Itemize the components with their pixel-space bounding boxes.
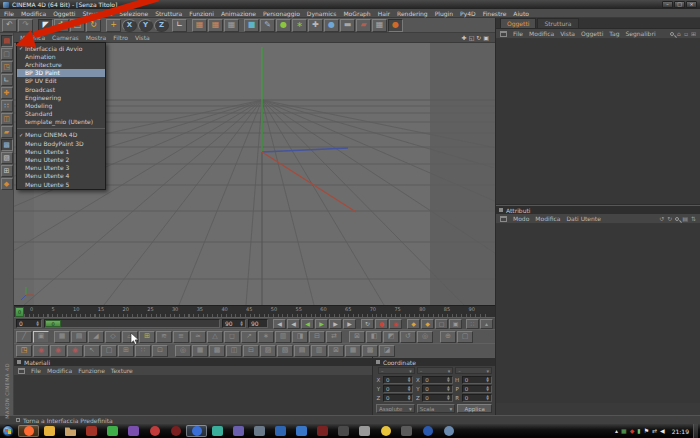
taskbar-app-icon[interactable]: [18, 425, 39, 437]
panel-menu-icon[interactable]: [500, 31, 507, 37]
record-button[interactable]: ●: [375, 319, 388, 329]
taskbar-app-icon[interactable]: [333, 425, 354, 437]
toggle-view-icon[interactable]: ▣: [483, 34, 489, 41]
menubar-item[interactable]: Oggetti: [53, 10, 75, 17]
menubar-item[interactable]: Modifica: [21, 10, 46, 17]
sound-button[interactable]: ▴: [480, 319, 493, 329]
history-back-icon[interactable]: ↺: [659, 215, 664, 222]
materials-header[interactable]: Materiali: [14, 357, 372, 366]
tab-struttura[interactable]: Struttura: [537, 18, 578, 28]
show-desktop-button[interactable]: [693, 424, 698, 438]
taskbar-app-icon[interactable]: [207, 425, 228, 437]
coordinate-space-dropdown[interactable]: Assolute▾: [376, 404, 415, 413]
next-frame-button[interactable]: ▶: [329, 319, 342, 329]
layout-template-mio[interactable]: ✓ template_mio (Utente): [17, 118, 105, 126]
tray-antivirus-icon[interactable]: ◆: [630, 428, 635, 434]
taskbar-app-icon[interactable]: [270, 425, 291, 437]
position-field[interactable]: 0▲▼: [383, 376, 413, 384]
close-button[interactable]: ×: [686, 1, 697, 8]
uv-relax-icon[interactable]: ⊟: [243, 345, 259, 357]
pan-view-icon[interactable]: ✚: [462, 34, 467, 41]
materials-menu-item[interactable]: Modifica: [47, 367, 72, 374]
uv-projection-icon[interactable]: ▧: [277, 345, 293, 357]
attributes-menu-item[interactable]: Dati Utente: [566, 215, 601, 222]
select-lasso-icon[interactable]: ◉: [50, 345, 66, 357]
tray-flag-icon[interactable]: ⚑: [644, 428, 649, 434]
taskbar-app-icon[interactable]: [123, 425, 144, 437]
menubar-item[interactable]: Struttura: [155, 10, 182, 17]
select-polygon-icon[interactable]: ◉: [67, 345, 83, 357]
uv-poly-icon[interactable]: ⊡: [152, 345, 168, 357]
menu-bodypaint-3d[interactable]: ✓ Menu BodyPaint 3D: [17, 139, 105, 147]
mirror-x-icon[interactable]: ◧: [366, 331, 382, 343]
snap-icon[interactable]: ◆: [1, 178, 13, 190]
points-mode-icon[interactable]: ∷: [1, 100, 13, 112]
hand-tool-icon[interactable]: ⊕: [440, 331, 456, 343]
make-editable-icon[interactable]: ◳: [1, 61, 13, 73]
attributes-content[interactable]: [496, 224, 700, 403]
texture-mode-icon[interactable]: ▩: [1, 139, 13, 151]
uv-align-icon[interactable]: ▥: [311, 345, 327, 357]
uv-pattern-icon[interactable]: ◪: [379, 345, 395, 357]
timeline-marker[interactable]: 0: [15, 307, 24, 317]
search-icon[interactable]: [675, 217, 679, 221]
undo-icon[interactable]: ↶: [2, 19, 17, 32]
eraser-icon[interactable]: ▱: [122, 331, 138, 343]
transform-icon[interactable]: ⇄: [326, 331, 342, 343]
layout-standard[interactable]: ✓ Standard: [17, 110, 105, 118]
sort-icon[interactable]: ⇅: [691, 215, 696, 222]
layout-engineering[interactable]: ✓ Engineering: [17, 93, 105, 101]
layout-animation[interactable]: ✓ Animation: [17, 52, 105, 60]
menubar-item[interactable]: Plugin: [435, 10, 453, 17]
texture-view-icon[interactable]: ▤: [71, 331, 87, 343]
autokey-button[interactable]: ◉: [389, 319, 402, 329]
menubar-item[interactable]: Finestre: [483, 10, 507, 17]
menubar-item[interactable]: File: [4, 10, 14, 17]
add-texture-icon[interactable]: ⊞: [139, 331, 155, 343]
taskbar-app-icon[interactable]: [396, 425, 417, 437]
layout-broadcast[interactable]: ✓ Broadcast: [17, 85, 105, 93]
fill-icon[interactable]: ≋: [156, 331, 172, 343]
timeline-slider[interactable]: 0: [44, 319, 220, 328]
floor-icon[interactable]: ▬: [340, 19, 355, 32]
coordinates-header[interactable]: Coordinate: [373, 357, 495, 366]
array-icon[interactable]: ∗: [292, 19, 307, 32]
prev-frame-button[interactable]: ◀: [287, 319, 300, 329]
taskbar-app-icon[interactable]: [60, 425, 81, 437]
revert-icon[interactable]: ▢: [1, 48, 13, 60]
move-icon[interactable]: ✚: [54, 19, 69, 32]
key-pla-button[interactable]: ∷: [466, 319, 479, 329]
size-field[interactable]: 0▲▼: [422, 394, 452, 402]
menubar-item[interactable]: Animazione: [221, 10, 256, 17]
minimize-button[interactable]: –: [662, 1, 673, 8]
taskbar-app-icon[interactable]: [354, 425, 375, 437]
menubar-item[interactable]: Hair: [378, 10, 390, 17]
key-position-button[interactable]: ◆: [407, 319, 420, 329]
polygons-mode-icon[interactable]: ▰: [1, 126, 13, 138]
menubar-item[interactable]: Strumenti: [83, 10, 113, 17]
goto-end-button[interactable]: ▶: [343, 319, 356, 329]
taskbar-app-icon[interactable]: [165, 425, 186, 437]
position-field[interactable]: 0▲▼: [383, 394, 413, 402]
polygon-fill-icon[interactable]: ◳: [16, 345, 32, 357]
menubar-item[interactable]: Funzioni: [189, 10, 214, 17]
preview-end-field[interactable]: 90: [248, 319, 268, 328]
uv-terrace-icon[interactable]: ▦: [345, 345, 361, 357]
taskbar-app-icon[interactable]: [312, 425, 333, 437]
arrow-tool-icon[interactable]: ↗: [241, 331, 257, 343]
model-mode-icon[interactable]: ∟: [1, 74, 13, 86]
edges-mode-icon[interactable]: ◫: [1, 113, 13, 125]
size-field[interactable]: 0▲▼: [422, 376, 452, 384]
add-panel-icon[interactable]: ⊞: [691, 30, 696, 37]
size-mode-dropdown[interactable]: –▾: [417, 367, 454, 374]
menu-utente-5[interactable]: ✓ Menu Utente 5: [17, 180, 105, 188]
timeline-ruler[interactable]: 051015202530354045505560657075808590 0: [14, 305, 495, 317]
rotation-field[interactable]: 0▲▼: [462, 376, 492, 384]
play-button[interactable]: ▶: [315, 319, 328, 329]
uv-pattern-icon[interactable]: ▩: [362, 345, 378, 357]
tray-display-icon[interactable]: ▦: [621, 428, 627, 434]
key-scale-button[interactable]: ◆: [421, 319, 434, 329]
taskbar-app-icon[interactable]: [144, 425, 165, 437]
layout-interfaccia-avvio[interactable]: ✓ Interfaccia di Avvio: [17, 44, 105, 52]
uv-sphere-icon[interactable]: ◎: [175, 345, 191, 357]
